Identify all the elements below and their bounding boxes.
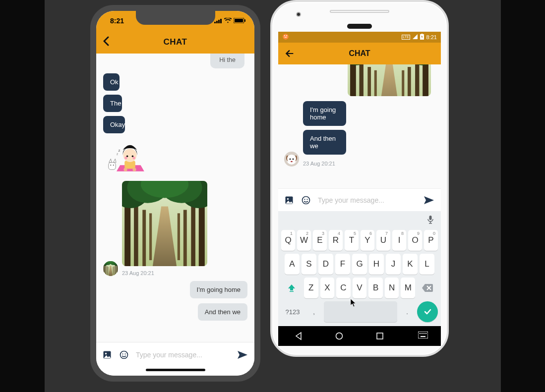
key-d[interactable]: D — [318, 254, 333, 275]
attach-image-button[interactable] — [284, 195, 294, 205]
pixel-frame: LTE 8:21 CHAT — [270, 0, 449, 357]
outgoing-message: And then we — [303, 130, 346, 155]
key-l[interactable]: L — [420, 254, 434, 275]
nav-keyboard-switch-button[interactable] — [418, 332, 427, 340]
space-key[interactable] — [324, 301, 397, 322]
attach-image-button[interactable] — [102, 350, 112, 360]
mic-icon[interactable] — [427, 215, 434, 226]
key-h[interactable]: H — [369, 254, 384, 275]
svg-point-58 — [306, 199, 307, 200]
key-x[interactable]: X — [320, 278, 335, 298]
chat-scroll-area[interactable]: Hi the Ok The Okay — [96, 54, 254, 342]
key-c[interactable]: C — [336, 278, 351, 298]
svg-point-47 — [124, 353, 125, 354]
key-t[interactable]: T5 — [345, 230, 359, 251]
battery-icon — [234, 17, 245, 25]
incoming-message-clipped: Hi the — [210, 54, 244, 68]
speaker-slot — [330, 10, 389, 13]
keyboard-row-4: ?123 , . — [280, 301, 439, 322]
svg-point-55 — [287, 198, 289, 199]
backspace-key[interactable] — [417, 278, 438, 298]
svg-rect-62 — [290, 291, 294, 292]
svg-rect-42 — [244, 19, 245, 22]
emoji-button[interactable] — [301, 195, 311, 205]
svg-rect-69 — [425, 333, 426, 334]
software-keyboard: Q1W2E3R4T5Y6U7I8O9P0 ASDFGHJKL ZXCVBNM ?… — [278, 211, 441, 326]
ios-status-time: 8:21 — [110, 17, 124, 25]
message-input[interactable] — [318, 196, 416, 204]
key-y[interactable]: Y6 — [361, 230, 374, 251]
svg-point-63 — [336, 333, 343, 339]
svg-rect-49 — [284, 35, 285, 36]
key-m[interactable]: M — [401, 278, 415, 298]
svg-rect-65 — [418, 332, 428, 338]
message-composer — [278, 188, 441, 211]
android-system-nav — [278, 326, 441, 346]
message-input[interactable] — [136, 351, 230, 359]
key-i[interactable]: I8 — [392, 230, 406, 251]
android-status-time: 8:21 — [426, 34, 437, 40]
svg-rect-37 — [216, 21, 218, 23]
key-f[interactable]: F — [335, 254, 350, 275]
chat-scroll-area[interactable]: I'm going home And then we 23 Aug 20:21 — [278, 64, 441, 188]
key-n[interactable]: N — [385, 278, 399, 298]
cellular-icon — [214, 17, 222, 25]
incoming-message: And then we — [198, 303, 247, 321]
sender-avatar[interactable] — [103, 261, 118, 276]
svg-rect-51 — [285, 37, 287, 38]
nav-home-button[interactable] — [335, 332, 344, 340]
iphone-frame: 8:21 CHAT — [90, 5, 260, 382]
notification-icon — [282, 33, 289, 41]
key-q[interactable]: Q1 — [281, 230, 295, 251]
enter-key[interactable] — [417, 301, 438, 322]
signal-icon — [413, 34, 418, 40]
symbols-key[interactable]: ?123 — [281, 301, 304, 322]
key-b[interactable]: B — [368, 278, 383, 298]
send-button[interactable] — [237, 350, 248, 360]
key-r[interactable]: R4 — [329, 230, 343, 251]
nav-back-button[interactable] — [294, 332, 303, 340]
nav-recents-button[interactable] — [375, 332, 384, 340]
comma-key[interactable]: , — [306, 301, 322, 322]
key-a[interactable]: A — [285, 254, 300, 275]
keyboard-row-2: ASDFGHJKL — [280, 254, 439, 275]
key-j[interactable]: J — [386, 254, 401, 275]
key-o[interactable]: O9 — [408, 230, 422, 251]
outgoing-message: The — [103, 95, 122, 112]
android-status-bar: LTE 8:21 — [278, 32, 441, 43]
shift-key[interactable] — [281, 278, 302, 298]
key-e[interactable]: E3 — [313, 230, 327, 251]
keyboard-row-1: Q1W2E3R4T5Y6U7I8O9P0 — [280, 230, 439, 251]
svg-point-44 — [105, 352, 107, 354]
message-timestamp: 23 Aug 20:21 — [303, 161, 335, 167]
page-title: CHAT — [278, 49, 441, 58]
key-u[interactable]: U7 — [376, 230, 390, 251]
period-key[interactable]: . — [399, 301, 415, 322]
key-s[interactable]: S — [302, 254, 316, 275]
svg-point-56 — [303, 196, 310, 204]
svg-rect-50 — [286, 35, 287, 36]
message-timestamp: 23 Aug 20:21 — [122, 270, 154, 276]
send-button[interactable] — [423, 195, 435, 205]
photo-message[interactable] — [122, 181, 207, 266]
sender-avatar[interactable] — [284, 152, 299, 167]
ios-nav-bar: CHAT — [96, 31, 254, 54]
key-g[interactable]: G — [352, 254, 367, 275]
keyboard-row-3: ZXCVBNM — [280, 278, 439, 298]
svg-rect-59 — [429, 216, 432, 220]
key-v[interactable]: V — [353, 278, 367, 298]
svg-rect-67 — [422, 333, 423, 334]
key-k[interactable]: K — [403, 254, 418, 275]
svg-rect-60 — [430, 222, 430, 223]
sticker-image — [103, 137, 148, 177]
outgoing-message: Okay — [103, 116, 125, 133]
emoji-button[interactable] — [119, 350, 129, 360]
key-z[interactable]: Z — [304, 278, 318, 298]
key-w[interactable]: W2 — [297, 230, 311, 251]
svg-rect-41 — [235, 19, 243, 22]
svg-rect-66 — [420, 333, 421, 334]
key-p[interactable]: P0 — [424, 230, 438, 251]
svg-point-48 — [283, 34, 289, 40]
svg-rect-64 — [377, 333, 383, 339]
photo-message-clipped[interactable] — [348, 64, 431, 96]
